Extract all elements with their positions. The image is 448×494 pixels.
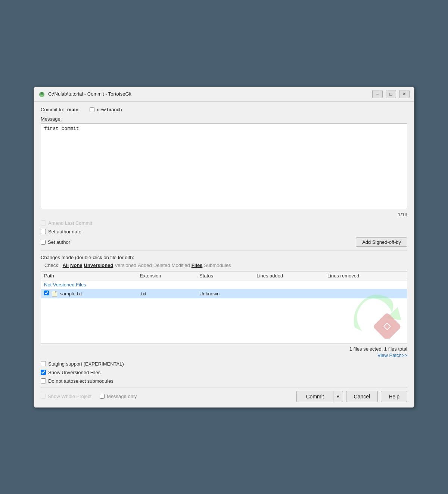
main-content: Commit to: main new branch Message: firs… [34,102,414,407]
col-lines-added: Lines added [253,271,324,280]
set-author-checkbox[interactable] [41,240,46,245]
main-window: C:\Nulab\tutorial - Commit - TortoiseGit… [34,87,414,408]
commit-dropdown-button[interactable]: ▼ [333,391,343,402]
set-author-label: Set author [48,239,70,245]
show-whole-project-row: Show Whole Project [41,394,91,399]
check-submodules-link[interactable]: Submodules [204,262,231,268]
col-extension: Extension [137,271,197,280]
commit-button[interactable]: Commit [296,391,333,402]
amend-last-commit-row: Amend Last Commit [41,220,407,226]
set-author-date-checkbox[interactable] [41,229,46,234]
check-label: Check: [44,262,59,268]
check-all-link[interactable]: All [62,262,69,268]
file-checkbox-cell: sample.txt [41,289,137,299]
file-icon [52,291,57,297]
files-status-row: 1 files selected, 1 files total [41,346,407,352]
check-versioned-link[interactable]: Versioned [115,262,136,268]
commit-to-row: Commit to: main new branch [41,107,407,112]
table-header-row: Path Extension Status Lines added Lines … [41,271,407,280]
commit-button-group: Commit ▼ [296,391,343,402]
close-button[interactable]: ✕ [399,90,410,98]
files-status-text: 1 files selected, 1 files total [349,346,407,352]
col-path: Path [41,271,137,280]
new-branch-label: new branch [97,107,122,112]
set-author-left: Set author [41,239,70,245]
bottom-bar: Show Whole Project Message only Commit ▼… [41,388,407,402]
commit-to-label: Commit to: [41,107,64,112]
staging-support-label: Staging support (EXPERIMENTAL) [48,361,124,367]
show-whole-project-checkbox[interactable] [41,394,46,399]
new-branch-checkbox[interactable] [90,107,94,112]
show-unversioned-row: Show Unversioned Files [41,370,407,375]
file-lines-added [253,289,324,299]
set-author-row: Set author Add Signed-off-by [41,237,407,247]
help-button[interactable]: Help [381,391,407,402]
set-author-date-label: Set author date [48,229,81,234]
message-counter: 1/13 [41,212,407,217]
file-name: sample.txt [60,291,82,296]
staging-support-checkbox[interactable] [41,361,46,366]
view-patch-link[interactable]: View Patch>> [41,352,407,358]
col-lines-removed: Lines removed [324,271,407,280]
cancel-button[interactable]: Cancel [346,391,378,402]
add-signed-off-by-button[interactable]: Add Signed-off-by [356,237,407,247]
do-not-autoselect-label: Do not autoselect submodules [48,378,113,384]
file-checkbox[interactable] [44,291,49,295]
tortoisegit-watermark [343,283,403,339]
file-table-container: Path Extension Status Lines added Lines … [41,271,407,344]
minimize-button[interactable]: − [372,90,383,98]
title-bar-left: C:\Nulab\tutorial - Commit - TortoiseGit [38,91,131,97]
file-extension: .txt [137,289,197,299]
maximize-button[interactable]: □ [386,90,396,98]
amend-last-commit-label: Amend Last Commit [48,220,92,226]
set-author-date-row: Set author date [41,229,407,234]
show-unversioned-checkbox[interactable] [41,370,46,375]
tortoisegit-icon [38,91,45,97]
do-not-autoselect-row: Do not autoselect submodules [41,378,407,384]
bottom-bar-left: Show Whole Project Message only [41,394,137,399]
message-only-label: Message only [107,394,137,399]
changes-title: Changes made (double-click on file for d… [41,255,407,260]
svg-point-2 [40,95,44,97]
check-added-link[interactable]: Added [138,262,152,268]
message-only-row: Message only [100,394,137,399]
message-only-checkbox[interactable] [100,394,105,399]
check-none-link[interactable]: None [70,262,83,268]
col-status: Status [196,271,253,280]
message-textarea[interactable]: first commit [41,123,407,209]
svg-point-1 [41,92,43,94]
window-title: C:\Nulab\tutorial - Commit - TortoiseGit [48,91,131,97]
check-modified-link[interactable]: Modified [172,262,190,268]
do-not-autoselect-checkbox[interactable] [41,378,46,383]
show-unversioned-label: Show Unversioned Files [48,370,100,375]
new-branch-row: new branch [90,107,122,112]
title-bar: C:\Nulab\tutorial - Commit - TortoiseGit… [34,87,414,102]
file-status: Unknown [196,289,253,299]
check-row: Check: All None Unversioned Versioned Ad… [44,262,407,268]
check-files-link[interactable]: Files [192,262,203,268]
separator-1 [41,251,407,251]
check-unversioned-link[interactable]: Unversioned [84,262,113,268]
amend-last-commit-checkbox[interactable] [41,220,46,226]
commit-to-branch: main [67,107,78,112]
bottom-bar-right: Commit ▼ Cancel Help [296,391,407,402]
check-deleted-link[interactable]: Deleted [153,262,170,268]
title-bar-controls: − □ ✕ [372,90,410,98]
staging-support-row: Staging support (EXPERIMENTAL) [41,361,407,367]
message-label: Message: [41,116,407,122]
bottom-checkboxes: Staging support (EXPERIMENTAL) Show Unve… [41,361,407,384]
show-whole-project-label: Show Whole Project [48,394,91,399]
